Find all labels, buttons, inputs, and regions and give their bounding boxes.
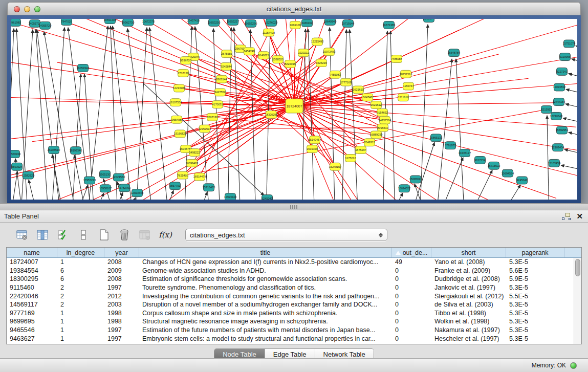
graph-edge[interactable]	[572, 59, 577, 67]
table-cell[interactable]: Tourette syndrome. Phenomenology and cla…	[139, 283, 392, 292]
minimize-window-button[interactable]	[24, 6, 30, 12]
table-cell[interactable]: 2008	[104, 275, 139, 283]
table-cell[interactable]: Jankovic et al. (1997)	[431, 283, 506, 292]
table-cell[interactable]: Franke et al. (2009)	[431, 267, 506, 275]
graph-edge[interactable]	[569, 132, 577, 140]
select-rows-check-button[interactable]	[55, 227, 71, 243]
graph-edge[interactable]	[294, 19, 577, 106]
table-cell[interactable]: de Silva et al. (2003)	[431, 300, 506, 309]
table-cell[interactable]: Investigating the contribution of common…	[139, 292, 392, 300]
graph-edge[interactable]	[576, 46, 577, 54]
graph-edge[interactable]	[37, 30, 61, 200]
graph-edge[interactable]	[420, 25, 428, 200]
table-cell[interactable]: 2012	[104, 292, 139, 300]
zoom-window-button[interactable]	[34, 6, 40, 12]
table-cell[interactable]: 0	[392, 317, 431, 326]
table-cell[interactable]: 1	[57, 326, 104, 335]
table-cell[interactable]: 9699695	[7, 317, 57, 326]
table-cell[interactable]: 5.6E-5	[506, 267, 564, 275]
table-cell[interactable]: Estimation of significance thresholds fo…	[139, 275, 392, 283]
panel-divider[interactable]	[0, 203, 588, 210]
table-cell[interactable]: Structural magnetic resonance image aver…	[139, 317, 392, 326]
table-cell[interactable]: 0	[392, 326, 431, 335]
graph-edge[interactable]	[68, 28, 92, 200]
graph-edge[interactable]	[499, 185, 520, 200]
table-cell[interactable]: 0	[392, 267, 431, 275]
graph-edge[interactable]	[92, 193, 104, 200]
graph-edge[interactable]	[163, 190, 173, 200]
table-cell[interactable]: Disruption of a novel member of a sodium…	[139, 300, 392, 309]
table-row[interactable]: 946554611997Estimation of the future num…	[7, 326, 581, 335]
table-cell[interactable]: 1997	[104, 334, 139, 343]
graph-edge[interactable]	[29, 180, 38, 200]
graph-edge[interactable]	[389, 193, 403, 200]
float-panel-icon[interactable]	[562, 213, 570, 220]
table-row[interactable]: 1830029562008Estimation of significance …	[7, 275, 581, 283]
table-cell[interactable]: 5.3E-5	[506, 309, 564, 318]
table-cell[interactable]: 5.3E-5	[506, 326, 564, 335]
table-cell[interactable]: 14569117	[7, 300, 57, 309]
table-cell[interactable]: 6	[57, 267, 104, 275]
column-header-in_degree[interactable]: in_degree	[57, 248, 104, 257]
graph-edge[interactable]	[11, 106, 294, 149]
table-cell[interactable]: Estimation of the future numbers of pati…	[139, 326, 392, 335]
table-row[interactable]: 911546021997Tourette syndrome. Phenomeno…	[7, 283, 581, 292]
table-cell[interactable]: Changes of HCN gene expression and I(f) …	[139, 258, 392, 267]
table-row[interactable]: 946362711997Embryonic stem cells: a mode…	[7, 334, 581, 343]
table-cell[interactable]: 9463627	[7, 334, 57, 343]
table-cell[interactable]: Genome-wide association studies in ADHD.	[139, 267, 392, 275]
vertical-scrollbar[interactable]	[574, 258, 581, 344]
table-cell[interactable]: 5.3E-5	[506, 258, 564, 267]
delete-table-button[interactable]	[117, 227, 132, 243]
table-cell[interactable]: 2	[57, 292, 104, 300]
clear-table-button[interactable]	[137, 227, 153, 243]
table-cell[interactable]: 9115460	[7, 283, 57, 292]
network-canvas[interactable]: 1872400729676082675685845474991468211588…	[11, 19, 577, 200]
table-cell[interactable]: 5.3E-5	[506, 283, 564, 292]
table-cell[interactable]: 2003	[104, 300, 139, 309]
table-cell[interactable]: 1997	[104, 326, 139, 335]
graph-edge[interactable]	[342, 30, 346, 200]
table-cell[interactable]: 22420046	[7, 292, 57, 300]
column-header-out_de[interactable]: out_de...	[392, 248, 431, 257]
column-header-year[interactable]: year	[104, 248, 139, 257]
table-cell[interactable]: 0	[392, 309, 431, 318]
scrollbar-thumb[interactable]	[575, 259, 580, 276]
table-cell[interactable]: 1	[57, 258, 104, 267]
table-row[interactable]: 969969511998Structural magnetic resonanc…	[7, 317, 581, 326]
close-window-button[interactable]	[14, 6, 20, 12]
table-cell[interactable]: 5.3E-5	[506, 300, 564, 309]
column-header-name[interactable]: name	[7, 248, 57, 257]
table-row[interactable]: 2242004622012Investigating the contribut…	[7, 292, 581, 300]
table-cell[interactable]: 6	[57, 275, 104, 283]
table-cell[interactable]: 1997	[104, 283, 139, 292]
column-header-pagerank[interactable]: pagerank	[506, 248, 564, 257]
table-cell[interactable]: 2008	[104, 258, 139, 267]
graph-edge[interactable]	[565, 104, 577, 112]
select-columns-button[interactable]	[35, 227, 50, 243]
table-cell[interactable]: 1998	[104, 317, 139, 326]
column-header-short[interactable]: short	[431, 248, 506, 257]
graph-edge[interactable]	[197, 192, 207, 200]
table-cell[interactable]: 49	[392, 258, 431, 267]
table-cell[interactable]: 19384554	[7, 267, 57, 275]
divider-grip-icon[interactable]	[290, 205, 298, 209]
graph-edge[interactable]	[36, 30, 49, 200]
table-cell[interactable]: 1	[57, 309, 104, 318]
table-cell[interactable]: Stergiakouli et al. (2012)	[431, 292, 506, 300]
table-cell[interactable]: 9465546	[7, 326, 57, 335]
table-cell[interactable]: 1998	[104, 309, 139, 318]
table-cell[interactable]: Hescheler et al. (1997)	[431, 334, 506, 343]
graph-edge[interactable]	[136, 28, 147, 200]
table-cell[interactable]: 2	[57, 300, 104, 309]
citation-network-graph[interactable]: 1872400729676082675685845474991468211588…	[11, 19, 577, 200]
table-cell[interactable]: 5.5E-5	[506, 292, 564, 300]
graph-edge[interactable]	[127, 29, 154, 200]
graph-edge[interactable]	[569, 74, 577, 82]
graph-edge[interactable]	[11, 171, 17, 200]
table-cell[interactable]: 2	[57, 283, 104, 292]
window-titlebar[interactable]: citations_edges.txt	[7, 2, 581, 15]
table-cell[interactable]: 18724007	[7, 258, 57, 267]
table-row[interactable]: 1456911722003Disruption of a novel membe…	[7, 300, 581, 309]
graph-edge[interactable]	[456, 59, 465, 200]
